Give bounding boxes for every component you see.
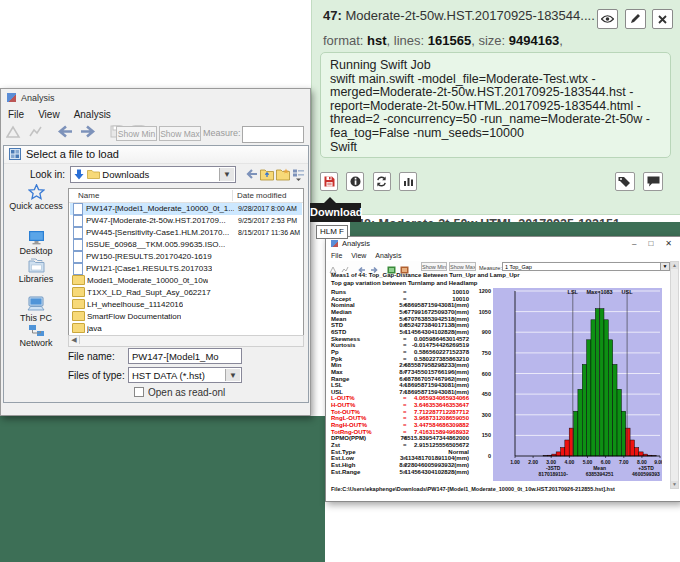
svg-text:150: 150 xyxy=(482,432,491,438)
svg-text:9.00: 9.00 xyxy=(654,459,662,465)
svg-text:6385394251: 6385394251 xyxy=(586,471,614,477)
svg-text:4.00: 4.00 xyxy=(565,459,575,465)
svg-text:7.00: 7.00 xyxy=(619,459,629,465)
svg-text:5.00: 5.00 xyxy=(583,459,593,465)
svg-text:900: 900 xyxy=(482,329,491,335)
svg-text:450: 450 xyxy=(482,391,491,397)
svg-text:1.00: 1.00 xyxy=(510,459,520,465)
svg-text:LSL: LSL xyxy=(568,289,579,295)
svg-text:300: 300 xyxy=(482,412,491,418)
svg-text:4600599393: 4600599393 xyxy=(632,471,660,477)
svg-text:1050: 1050 xyxy=(479,309,491,315)
svg-text:2.00: 2.00 xyxy=(528,459,538,465)
svg-text:Max=1083: Max=1083 xyxy=(587,289,613,295)
svg-text:600: 600 xyxy=(482,371,491,377)
svg-text:1200: 1200 xyxy=(479,288,491,294)
svg-text:USL: USL xyxy=(622,289,634,295)
svg-text:0: 0 xyxy=(488,453,491,459)
svg-text:8170189110-: 8170189110- xyxy=(539,471,569,477)
svg-text:750: 750 xyxy=(482,350,491,356)
